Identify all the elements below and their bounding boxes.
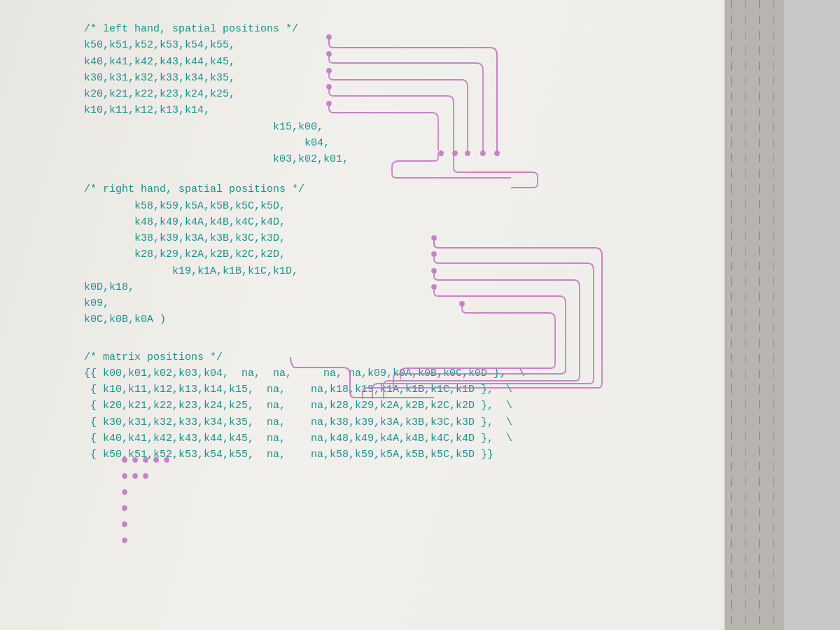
right-margin [724,0,784,630]
content-area: /* left hand, spatial positions */ k50,k… [84,14,756,463]
svg-point-24 [122,506,127,510]
svg-point-20 [122,474,127,478]
svg-point-23 [122,490,127,494]
matrix-section: /* matrix positions */ {{ k00,k01,k02,k0… [84,349,756,463]
svg-point-25 [122,522,127,526]
matrix-comment: /* matrix positions */ [84,349,756,365]
svg-point-26 [122,538,127,542]
right-hand-section: /* right hand, spatial positions */ k58,… [84,181,756,328]
right-hand-code: k58,k59,k5A,k5B,k5C,k5D, k48,k49,k4A,k4B… [84,198,756,328]
left-hand-comment: /* left hand, spatial positions */ [84,21,756,37]
right-hand-comment: /* right hand, spatial positions */ [84,181,756,197]
left-hand-section: /* left hand, spatial positions */ k50,k… [84,21,756,167]
svg-point-22 [144,474,148,478]
matrix-code: {{ k00,k01,k02,k03,k04, na, na, na, na,k… [84,365,756,463]
dashes-svg [724,0,784,630]
left-hand-code: k50,k51,k52,k53,k54,k55, k40,k41,k42,k43… [84,37,756,167]
page-background: /* left hand, spatial positions */ k50,k… [0,0,784,630]
svg-point-21 [133,474,137,478]
